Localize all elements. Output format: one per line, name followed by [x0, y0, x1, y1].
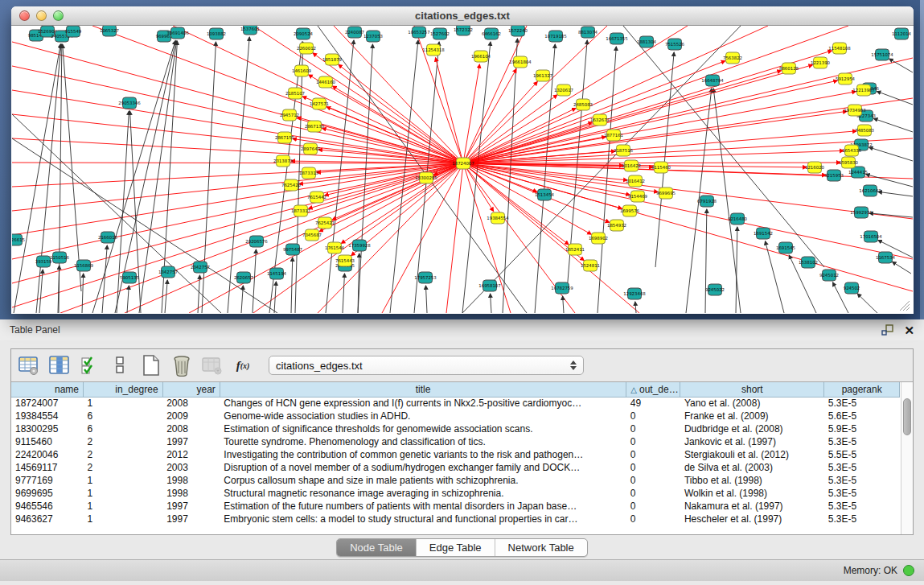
svg-text:16958107: 16958107: [478, 283, 500, 288]
cell-name: 18300295: [11, 422, 83, 435]
node-table[interactable]: namein_degreeyeartitle△out_de…shortpager…: [11, 381, 913, 534]
svg-text:2867133: 2867133: [305, 124, 324, 129]
tab-edge-table[interactable]: Edge Table: [417, 539, 495, 556]
table-source-select[interactable]: citations_edges.txt: [269, 356, 584, 375]
cell-title: Genome-wide association studies in ADHD.: [220, 410, 626, 422]
svg-text:1881304: 1881304: [637, 39, 657, 44]
svg-text:12213987: 12213987: [852, 88, 874, 93]
cell-pagerank: 5.3E-5: [824, 487, 900, 500]
cell-short: Dudbridge et al. (2008): [680, 422, 824, 435]
cell-title: Changes of HCN gene expression and I(f) …: [220, 397, 626, 410]
svg-text:1538102: 1538102: [799, 260, 818, 265]
svg-text:16210643: 16210643: [859, 188, 881, 193]
cell-title: Tourette syndrome. Phenomenology and cla…: [220, 435, 626, 448]
column-header-name[interactable]: name: [11, 382, 83, 397]
node-table-grid[interactable]: namein_degreeyeartitle△out_de…shortpager…: [11, 382, 900, 525]
citation-network-graph[interactable]: 9851471526904240557249155491065327969967…: [12, 26, 913, 313]
svg-text:8813074: 8813074: [578, 30, 598, 35]
cell-in_degree: 1: [83, 513, 162, 525]
svg-text:30691406: 30691406: [166, 31, 189, 35]
column-header-pagerank[interactable]: pagerank: [824, 382, 900, 397]
combo-arrows-icon: [570, 360, 577, 370]
tab-network-table[interactable]: Network Table: [495, 539, 587, 556]
network-canvas[interactable]: 9851471526904240557249155491065327969967…: [12, 26, 913, 313]
cell-title: Structural magnetic resonance image aver…: [220, 487, 626, 500]
table-row[interactable]: 946554611997Estimation of the future num…: [11, 500, 900, 513]
table-panel: Table Panel ✕: [0, 319, 924, 585]
table-row[interactable]: 1456911722003Disruption of a novel membe…: [11, 461, 900, 474]
column-header-in_degree[interactable]: in_degree: [83, 382, 162, 397]
svg-text:2260012: 2260012: [297, 46, 316, 51]
svg-text:2342757: 2342757: [191, 265, 210, 270]
cell-name: 19384554: [11, 410, 83, 422]
table-row[interactable]: 1872400712008Changes of HCN gene express…: [11, 397, 900, 410]
cell-year: 1997: [162, 500, 220, 513]
cell-in_degree: 6: [83, 410, 162, 422]
svg-text:1572322: 1572322: [454, 27, 473, 32]
svg-text:17016504: 17016504: [860, 234, 882, 239]
trash-icon[interactable]: [170, 354, 193, 377]
cell-year: 1997: [162, 435, 220, 448]
select-columns-icon[interactable]: [79, 354, 101, 377]
cell-title: Embryonic stem cells: a model to study s…: [220, 513, 626, 525]
column-header-year[interactable]: year: [162, 382, 220, 397]
svg-text:7345687: 7345687: [302, 233, 322, 237]
table-row[interactable]: 969969511998Structural magnetic resonanc…: [11, 487, 900, 500]
table-scrollbar[interactable]: [901, 382, 913, 534]
svg-text:8860128: 8860128: [779, 66, 799, 71]
close-panel-icon[interactable]: ✕: [904, 324, 914, 336]
cell-short: Wolkin et al. (1998): [680, 487, 824, 500]
svg-text:9115460: 9115460: [651, 165, 671, 170]
table-row[interactable]: 946362711997Embryonic stem cells: a mode…: [11, 513, 900, 525]
table-column-icon[interactable]: [48, 354, 71, 377]
cell-year: 1998: [162, 487, 220, 500]
cell-short: Franke et al. (2009): [680, 410, 824, 422]
float-panel-icon[interactable]: [881, 324, 894, 336]
cell-title: Estimation of the future numbers of pati…: [220, 500, 626, 513]
new-document-icon[interactable]: [140, 354, 162, 377]
svg-text:1167534: 1167534: [876, 255, 896, 260]
svg-text:9699695: 9699695: [656, 191, 676, 196]
svg-text:6791928: 6791928: [697, 199, 717, 204]
svg-text:2313873: 2313873: [273, 159, 293, 163]
table-row[interactable]: 1938455462009Genome-wide association stu…: [11, 410, 900, 422]
svg-text:7615442: 7615442: [307, 195, 326, 200]
svg-text:11548108: 11548108: [828, 46, 851, 51]
column-header-out_degree[interactable]: △out_de…: [626, 382, 680, 397]
cell-name: 22420046: [11, 448, 83, 461]
table-row[interactable]: 1830029562008Estimation of significance …: [11, 422, 900, 435]
svg-text:9245012: 9245012: [819, 273, 839, 278]
svg-text:6466162: 6466162: [482, 31, 501, 36]
cell-year: 1997: [162, 513, 220, 525]
table-scrollbar-thumb[interactable]: [903, 398, 911, 435]
function-icon[interactable]: f(x): [232, 354, 254, 377]
svg-text:1966104: 1966104: [471, 54, 491, 59]
svg-text:7615443: 7615443: [335, 258, 355, 263]
svg-text:18300295: 18300295: [415, 175, 437, 180]
svg-text:10653257: 10653257: [408, 30, 429, 35]
column-header-title[interactable]: title: [220, 382, 626, 397]
cell-pagerank: 5.3E-5: [824, 500, 900, 513]
table-row[interactable]: 911546021997Tourette syndrome. Phenomeno…: [11, 435, 900, 448]
table-row[interactable]: 977716911998Corpus callosum shape and si…: [11, 474, 900, 487]
cell-in_degree: 6: [83, 422, 162, 435]
svg-text:9154469: 9154469: [628, 194, 648, 199]
cell-year: 2009: [162, 410, 220, 422]
cell-in_degree: 2: [83, 448, 162, 461]
table-settings-icon[interactable]: [18, 354, 40, 377]
svg-text:1221390: 1221390: [811, 60, 831, 65]
svg-text:1873313: 1873313: [299, 171, 318, 175]
column-header-short[interactable]: short: [680, 382, 824, 397]
svg-text:9245022: 9245022: [705, 287, 725, 292]
svg-text:11254318: 11254318: [422, 47, 445, 52]
table-row[interactable]: 2242004622012Investigating the contribut…: [11, 448, 900, 461]
svg-text:1237053: 1237053: [363, 34, 383, 39]
cell-pagerank: 5.3E-5: [824, 435, 900, 448]
svg-text:1654338: 1654338: [842, 148, 862, 153]
svg-text:1446160: 1446160: [316, 80, 336, 84]
tab-node-table[interactable]: Node Table: [337, 539, 417, 556]
window-titlebar[interactable]: citations_edges.txt: [11, 6, 914, 26]
svg-text:1691545: 1691545: [776, 245, 795, 250]
rows-icon[interactable]: [109, 354, 132, 377]
svg-text:1527602: 1527602: [430, 31, 450, 36]
